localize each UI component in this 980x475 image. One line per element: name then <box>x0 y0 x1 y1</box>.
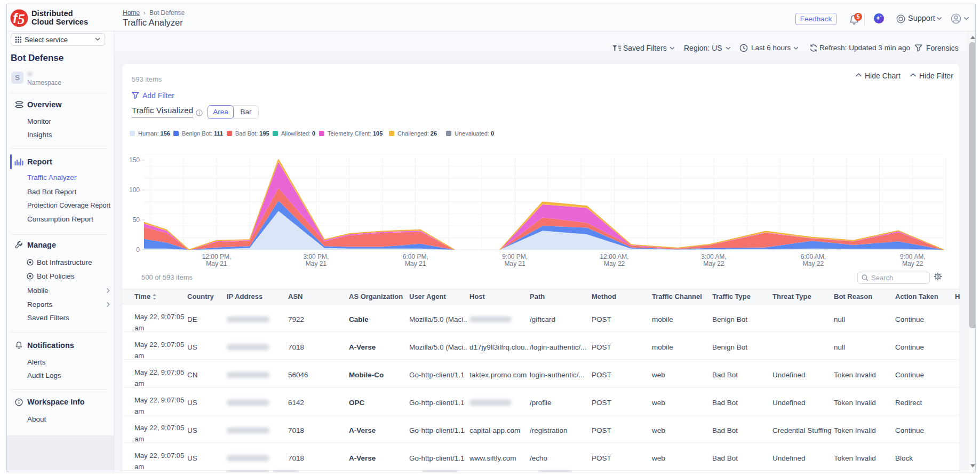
svg-text:150: 150 <box>129 156 140 164</box>
svg-text:12:00 PM,: 12:00 PM, <box>202 253 232 260</box>
svg-text:100: 100 <box>129 186 140 194</box>
svg-text:May 21: May 21 <box>306 260 327 267</box>
svg-text:May 21: May 21 <box>505 260 526 267</box>
svg-text:May 22: May 22 <box>604 260 625 267</box>
svg-text:May 21: May 21 <box>405 260 426 267</box>
svg-text:3:00 PM,: 3:00 PM, <box>303 253 329 260</box>
svg-text:May 22: May 22 <box>703 260 724 267</box>
svg-text:May 21: May 21 <box>206 260 227 267</box>
svg-text:12:00 AM,: 12:00 AM, <box>600 253 629 260</box>
svg-text:6:00 AM,: 6:00 AM, <box>801 253 826 260</box>
svg-text:May 22: May 22 <box>902 260 923 267</box>
svg-text:9:00 PM,: 9:00 PM, <box>502 253 528 260</box>
svg-text:9:00 AM,: 9:00 AM, <box>900 253 925 260</box>
svg-text:6:00 PM,: 6:00 PM, <box>403 253 428 260</box>
svg-text:3:00 AM,: 3:00 AM, <box>701 253 726 260</box>
svg-text:50: 50 <box>133 216 140 224</box>
svg-text:5: 5 <box>18 11 25 27</box>
svg-text:May 22: May 22 <box>803 260 824 267</box>
svg-text:0: 0 <box>136 246 140 254</box>
